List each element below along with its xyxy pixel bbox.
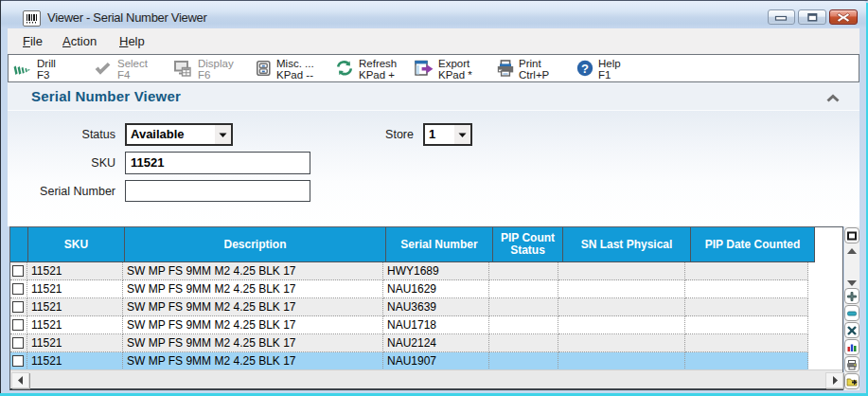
svg-text:?: ? (581, 62, 589, 76)
